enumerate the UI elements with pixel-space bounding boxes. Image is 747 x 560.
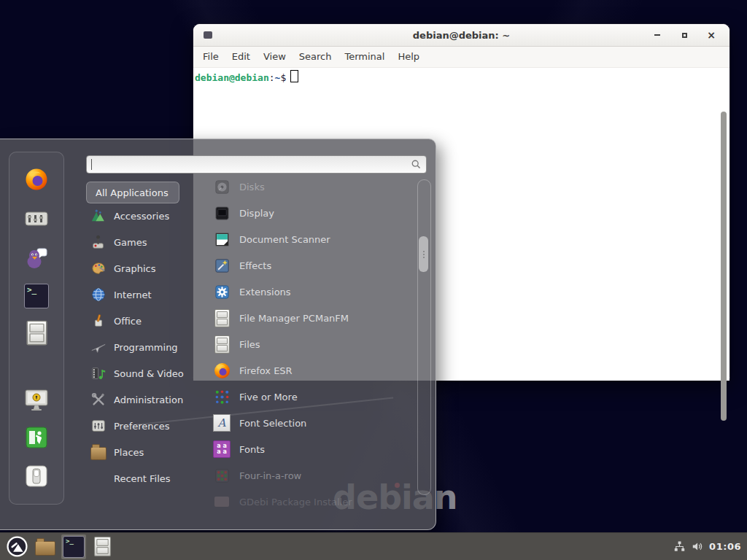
app-item-fonts[interactable]: Fonts xyxy=(206,436,422,462)
app-item-four-in-a-row[interactable]: Four-in-a-row xyxy=(206,462,422,489)
category-office[interactable]: Office xyxy=(86,308,214,334)
category-internet[interactable]: Internet xyxy=(86,281,214,308)
app-item-label: Font Selection xyxy=(239,418,306,429)
terminal-scrollbar-thumb[interactable] xyxy=(721,112,727,421)
display-icon xyxy=(213,204,231,222)
fonts-icon xyxy=(213,440,231,458)
disks-icon xyxy=(213,178,231,195)
app-item-files[interactable]: Files xyxy=(206,331,422,357)
category-label: Places xyxy=(114,447,144,458)
taskbar-terminal-button[interactable] xyxy=(61,534,86,559)
control-center-icon xyxy=(25,209,48,228)
app-item-gdebi-package-installer[interactable]: GDebi Package Installer xyxy=(206,489,422,515)
favorites-column xyxy=(9,152,64,505)
menu-file[interactable]: File xyxy=(196,47,225,67)
taskbar-menu-button[interactable] xyxy=(4,534,29,559)
category-sound-video[interactable]: Sound & Video xyxy=(86,360,214,386)
accessories-icon xyxy=(90,208,107,224)
app-item-five-or-more[interactable]: Five or More xyxy=(206,384,422,410)
taskbar-files-button[interactable] xyxy=(90,534,115,559)
network-icon[interactable] xyxy=(673,540,686,553)
favorite-file-manager[interactable] xyxy=(23,319,50,346)
app-item-file-manager-pcmanfm[interactable]: File Manager PCManFM xyxy=(206,305,422,331)
category-programming[interactable]: Programming xyxy=(86,334,214,360)
screen: debian debian@debian: ~ × File Edit View… xyxy=(0,0,747,560)
category-label: All Applications xyxy=(96,187,169,198)
minimize-button[interactable] xyxy=(652,30,662,40)
places-folder-icon xyxy=(90,444,107,460)
menu-scrollbar-thumb[interactable] xyxy=(419,236,428,272)
category-label: Administration xyxy=(114,394,183,405)
effects-icon xyxy=(213,257,231,274)
category-accessories[interactable]: Accessories xyxy=(86,203,214,229)
clock[interactable]: 01:06 xyxy=(709,541,741,552)
preferences-icon xyxy=(90,418,107,434)
graphics-icon xyxy=(90,260,107,276)
menu-terminal[interactable]: Terminal xyxy=(338,47,391,67)
five-or-more-icon xyxy=(213,388,231,405)
close-button[interactable]: × xyxy=(706,30,716,40)
app-item-document-scanner[interactable]: Document Scanner xyxy=(206,226,422,252)
favorite-control-center[interactable] xyxy=(23,206,50,232)
menu-search xyxy=(86,155,427,174)
app-item-firefox-esr[interactable]: Firefox ESR xyxy=(206,357,422,384)
search-caret xyxy=(91,159,92,170)
prompt-colon: : xyxy=(269,72,275,83)
favorite-shut-down[interactable] xyxy=(23,463,50,489)
menu-search-input[interactable] xyxy=(86,155,427,174)
app-item-effects[interactable]: Effects xyxy=(206,252,422,279)
firefox-icon xyxy=(213,362,231,379)
category-label: Graphics xyxy=(114,263,155,274)
taskbar: 01:06 xyxy=(0,532,747,560)
menu-edit[interactable]: Edit xyxy=(225,47,257,67)
terminal-titlebar[interactable]: debian@debian: ~ × xyxy=(193,24,729,47)
category-administration[interactable]: Administration xyxy=(86,386,214,413)
shut-down-icon xyxy=(26,465,47,487)
menu-view[interactable]: View xyxy=(257,47,293,67)
prompt-dollar: $ xyxy=(280,72,286,83)
favorite-terminal[interactable] xyxy=(23,283,50,309)
app-item-disks[interactable]: Disks xyxy=(206,174,422,200)
menu-scrollbar-track[interactable] xyxy=(417,179,431,495)
favorite-lock-screen[interactable] xyxy=(23,387,50,413)
sound-video-icon xyxy=(90,365,107,381)
favorite-log-out[interactable] xyxy=(23,424,50,451)
category-label: Recent Files xyxy=(114,473,171,484)
app-item-label: Display xyxy=(239,208,274,219)
category-all-applications[interactable]: All Applications xyxy=(86,182,179,203)
terminal-icon xyxy=(63,536,85,558)
category-label: Accessories xyxy=(114,211,169,222)
taskbar-file-manager-button[interactable] xyxy=(33,534,58,559)
lock-screen-icon xyxy=(24,389,49,412)
games-icon xyxy=(90,234,107,250)
app-item-display[interactable]: Display xyxy=(206,200,422,226)
internet-globe-icon xyxy=(90,287,107,303)
app-item-extensions[interactable]: Extensions xyxy=(206,279,422,305)
menu-search[interactable]: Search xyxy=(293,47,338,67)
terminal-scrollbar[interactable] xyxy=(719,112,728,378)
volume-icon[interactable] xyxy=(691,540,705,553)
category-preferences[interactable]: Preferences xyxy=(86,413,214,439)
app-item-label: Extensions xyxy=(239,287,291,298)
window-title: debian@debian: ~ xyxy=(193,30,729,41)
category-places[interactable]: Places xyxy=(86,439,214,465)
category-label: Sound & Video xyxy=(114,368,184,379)
category-graphics[interactable]: Graphics xyxy=(86,255,214,281)
favorite-pidgin[interactable] xyxy=(23,245,50,271)
document-scanner-icon xyxy=(213,230,231,248)
menu-help[interactable]: Help xyxy=(391,47,426,67)
four-in-a-row-icon xyxy=(213,467,231,484)
app-item-label: Firefox ESR xyxy=(239,365,293,376)
folder-icon xyxy=(35,541,55,556)
administration-icon xyxy=(90,392,107,408)
app-item-font-selection[interactable]: Font Selection xyxy=(206,410,422,436)
app-item-label: Effects xyxy=(239,260,271,271)
maximize-button[interactable] xyxy=(679,30,689,40)
file-cabinet-icon xyxy=(26,320,47,345)
favorite-firefox[interactable] xyxy=(23,166,50,192)
gdebi-icon xyxy=(213,493,231,510)
system-tray: 01:06 xyxy=(673,533,741,560)
programming-icon xyxy=(90,339,107,355)
window-icon xyxy=(204,31,212,39)
category-games[interactable]: Games xyxy=(86,229,214,255)
